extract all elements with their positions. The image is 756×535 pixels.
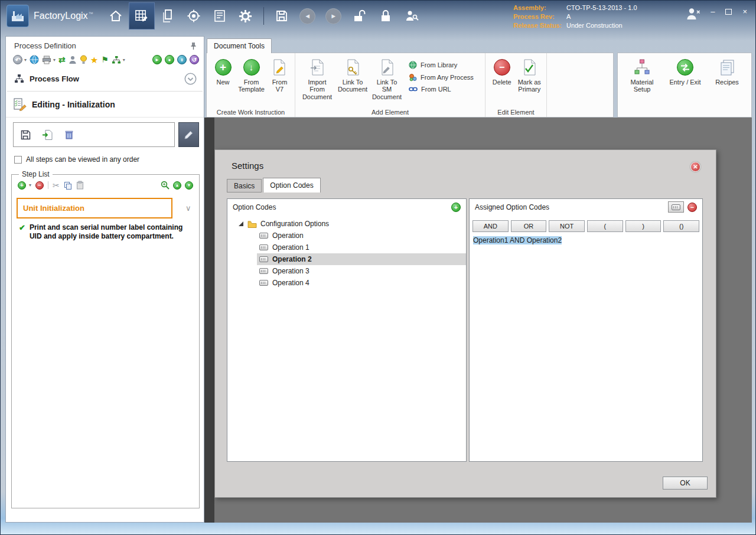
close-paren-button[interactable]: ) [625,220,662,232]
lamp-icon[interactable] [80,55,87,64]
option-code-icon [259,268,268,274]
group-edit-element: − Delete Mark as Primary Edit Element [485,53,547,117]
hierarchy-icon[interactable] [112,56,121,64]
move-up-icon[interactable]: ▲ [173,181,181,190]
tab-document-tools[interactable]: Document Tools [207,38,272,53]
step-list-title: Step List [19,170,53,178]
mark-as-primary-button[interactable]: Mark as Primary [516,58,543,93]
delete-element-button[interactable]: − Delete [490,58,514,86]
import-step-icon[interactable] [38,125,57,144]
tab-option-codes[interactable]: Option Codes [263,178,320,193]
reports-icon[interactable] [207,2,233,30]
step-expand-chevron-icon[interactable]: ∨ [185,204,191,213]
operator-buttons: AND OR NOT ( ) () [472,220,699,232]
option-codes-header: Option Codes [233,203,276,211]
from-template-button[interactable]: ↓ From Template [237,58,266,93]
dialog-close-icon[interactable]: ✕ [690,162,700,172]
tree-root-configuration-options[interactable]: Configuration Options [227,218,466,230]
from-any-process-button[interactable]: From Any Process [409,73,474,81]
undo-icon[interactable]: ↶ [13,55,22,64]
tree-item-operation-2[interactable]: Operation 2 [257,253,466,265]
documents-icon[interactable] [155,2,181,30]
dispatch-icon[interactable] [181,2,207,30]
play-circle-icon[interactable]: ► [152,55,162,64]
collapse-icon[interactable] [184,73,197,85]
link-to-sm-document-icon [380,58,394,77]
flag-icon[interactable]: ⚑ [101,56,109,64]
new-button[interactable]: + New [211,58,234,86]
paste-icon[interactable] [76,181,84,190]
group-create-work-instruction: + New ↓ From Template From V7 Create Wor… [207,53,295,117]
factorylogix-logo-icon [6,5,29,27]
from-v7-button[interactable]: From V7 [268,58,291,93]
ok-button[interactable]: OK [663,477,708,490]
tree-expander-icon[interactable] [239,221,244,227]
expression-line[interactable]: Operation1 AND Operation2 [473,236,699,244]
import-from-document-button[interactable]: Import From Document [300,58,334,100]
link-to-document-button[interactable]: Link To Document [337,58,369,93]
from-url-button[interactable]: From URL [409,86,474,93]
record-circle-icon[interactable]: ● [165,55,174,64]
entry-exit-button[interactable]: Entry / Exit [667,58,703,106]
cut-icon[interactable]: ✂ [53,181,60,190]
move-down-icon[interactable]: ▼ [185,181,193,190]
remove-step-icon[interactable]: − [35,181,44,190]
option-code-icon [259,280,268,286]
web-icon[interactable] [30,55,39,64]
save-icon[interactable] [269,2,295,30]
process-flow-row[interactable]: Process Flow [6,67,204,91]
history-circle-icon[interactable]: ↺ [190,55,199,64]
process-editor-icon[interactable] [129,2,155,30]
tree-item-operation-1[interactable]: Operation 1 [257,242,466,253]
open-paren-button[interactable]: ( [587,220,623,232]
save-step-icon[interactable] [16,125,35,144]
copy-icon[interactable] [64,181,72,190]
tree-item-operation-4[interactable]: Operation 4 [257,277,466,289]
keyboard-button[interactable] [668,201,684,213]
not-button[interactable]: NOT [549,220,585,232]
print-icon[interactable] [42,56,51,64]
any-order-row: All steps can be viewed in any order [6,149,204,168]
step-note-text: Print and scan serial number label conta… [30,223,191,241]
from-library-button[interactable]: From Library [409,61,474,69]
tree-item-operation[interactable]: Operation [257,230,466,242]
sync-icon[interactable]: ⇄ [58,55,66,64]
expression-text[interactable]: Operation1 AND Operation2 [473,236,562,244]
process-rev-label: Process Rev: [513,12,562,21]
pause-circle-icon[interactable]: ‖ [177,55,187,64]
titlebar: FactoryLogix™ ◄ [1,1,755,31]
lock-icon[interactable] [373,2,399,30]
maximize-button[interactable] [725,9,732,15]
pin-icon[interactable] [190,42,197,50]
link-to-sm-document-button[interactable]: Link To SM Document [371,58,403,100]
paren-pair-button[interactable]: () [663,220,699,232]
user-icon[interactable] [685,6,701,21]
tree-item-operation-3[interactable]: Operation 3 [257,265,466,277]
person-icon[interactable] [69,56,77,64]
process-definition-panel: Process Definition ↶▾ ▾ ⇄ ★ ⚑ [5,36,204,523]
settings-gear-icon[interactable] [233,2,259,30]
step-unit-initialization[interactable]: Unit Initialization [17,198,172,218]
or-button[interactable]: OR [511,220,547,232]
process-rev-value: A [566,12,637,21]
zoom-step-icon[interactable] [161,181,170,190]
back-icon[interactable]: ◄ [295,2,321,30]
home-icon[interactable] [103,2,129,30]
panel-title: Process Definition [14,41,76,50]
close-button[interactable]: × [742,8,747,15]
and-button[interactable]: AND [472,220,509,232]
unlock-icon[interactable] [347,2,373,30]
add-option-code-icon[interactable]: + [451,203,461,212]
material-setup-button[interactable]: Material Setup [626,58,658,106]
minimize-button[interactable]: – [711,8,715,15]
any-order-checkbox[interactable] [14,156,22,164]
recipes-button[interactable]: Recipes [712,58,742,106]
tab-basics[interactable]: Basics [227,179,262,193]
star-icon[interactable]: ★ [90,56,98,64]
forward-icon[interactable]: ► [321,2,347,30]
remove-assigned-icon[interactable]: − [687,203,697,212]
delete-step-icon[interactable] [60,125,79,144]
audit-search-icon[interactable] [399,2,425,30]
edit-mode-button[interactable] [178,122,199,147]
add-step-icon[interactable]: + [18,181,26,190]
